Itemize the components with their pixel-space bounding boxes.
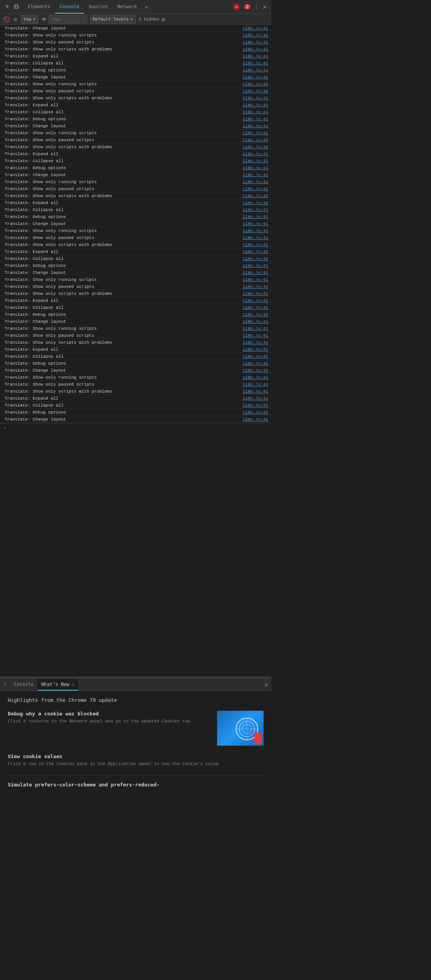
log-source[interactable]: i18n.js:41: [243, 229, 268, 233]
more-options-icon[interactable]: ⋮: [253, 3, 260, 10]
whats-new-title: Highlights from the Chrome 79 update: [8, 697, 264, 703]
log-source[interactable]: i18n.js:41: [243, 173, 268, 177]
feature-card-2: Simulate prefers-color-scheme and prefer…: [8, 775, 264, 788]
tab-sources[interactable]: Sources: [84, 0, 113, 14]
log-text: Translate: Change layout: [5, 319, 240, 324]
log-source[interactable]: i18n.js:41: [243, 340, 268, 345]
log-source[interactable]: i18n.js:41: [243, 201, 268, 205]
bottom-tab-whats-new[interactable]: What's New ✕: [38, 679, 78, 691]
log-source[interactable]: i18n.js:41: [243, 89, 268, 93]
log-source[interactable]: i18n.js:41: [243, 284, 268, 289]
console-settings-icon[interactable]: ⚙: [162, 16, 165, 23]
log-source[interactable]: i18n.js:41: [243, 270, 268, 275]
log-source[interactable]: i18n.js:41: [243, 242, 268, 247]
log-entries-list: Translate: Change layouti18n.js:41Transl…: [0, 25, 271, 423]
log-source[interactable]: i18n.js:41: [243, 410, 268, 415]
log-source[interactable]: i18n.js:41: [243, 166, 268, 170]
filter-input[interactable]: [48, 15, 87, 24]
log-source[interactable]: i18n.js:41: [243, 194, 268, 198]
log-source[interactable]: i18n.js:41: [243, 68, 268, 73]
log-source[interactable]: i18n.js:41: [243, 61, 268, 66]
log-text: Translate: Show only paused scripts: [5, 382, 240, 387]
log-source[interactable]: i18n.js:41: [243, 291, 268, 296]
context-dropdown-arrow: ▾: [33, 17, 36, 22]
whats-new-tab-close[interactable]: ✕: [72, 682, 74, 687]
levels-dropdown[interactable]: Default levels ▾: [90, 15, 136, 24]
toolbar-icons: [2, 3, 23, 11]
log-source[interactable]: i18n.js:41: [243, 403, 268, 408]
log-source[interactable]: i18n.js:41: [243, 222, 268, 226]
context-selector[interactable]: top ▾: [21, 15, 38, 24]
log-source[interactable]: i18n.js:41: [243, 187, 268, 191]
log-text: Translate: Collapse all: [5, 208, 240, 212]
log-text: Translate: Debug options: [5, 117, 240, 121]
log-source[interactable]: i18n.js:41: [243, 417, 268, 422]
log-text: Translate: Debug options: [5, 166, 240, 170]
bottom-tab-console[interactable]: Console: [10, 679, 38, 691]
log-source[interactable]: i18n.js:41: [243, 368, 268, 373]
log-source[interactable]: i18n.js:41: [243, 33, 268, 38]
log-source[interactable]: i18n.js:41: [243, 263, 268, 268]
log-row: Translate: Expand alli18n.js:41: [0, 199, 271, 206]
log-source[interactable]: i18n.js:41: [243, 361, 268, 366]
log-source[interactable]: i18n.js:41: [243, 215, 268, 219]
log-source[interactable]: i18n.js:41: [243, 298, 268, 303]
log-source[interactable]: i18n.js:41: [243, 396, 268, 401]
log-source[interactable]: i18n.js:41: [243, 312, 268, 317]
error-close-icon[interactable]: ✕: [233, 4, 240, 10]
preserve-log-icon[interactable]: ⊘: [12, 16, 19, 23]
log-source[interactable]: i18n.js:41: [243, 47, 268, 52]
log-source[interactable]: i18n.js:41: [243, 152, 268, 156]
log-source[interactable]: i18n.js:41: [243, 180, 268, 184]
log-source[interactable]: i18n.js:41: [243, 389, 268, 394]
log-row: Translate: Expand alli18n.js:41: [0, 297, 271, 304]
log-row: Translate: Show only paused scriptsi18n.…: [0, 332, 271, 339]
log-row: Translate: Show only scripts with proble…: [0, 388, 271, 395]
log-source[interactable]: i18n.js:41: [243, 319, 268, 324]
log-source[interactable]: i18n.js:41: [243, 54, 268, 59]
log-source[interactable]: i18n.js:41: [243, 26, 268, 31]
log-source[interactable]: i18n.js:41: [243, 117, 268, 121]
tab-network[interactable]: Network: [113, 0, 142, 14]
log-source[interactable]: i18n.js:41: [243, 110, 268, 114]
tab-console[interactable]: Console: [55, 0, 84, 14]
log-source[interactable]: i18n.js:41: [243, 249, 268, 254]
log-source[interactable]: i18n.js:41: [243, 333, 268, 338]
log-text: Translate: Collapse all: [5, 110, 240, 114]
log-source[interactable]: i18n.js:41: [243, 124, 268, 128]
log-row: Translate: Show only scripts with proble…: [0, 290, 271, 297]
log-source[interactable]: i18n.js:41: [243, 208, 268, 212]
log-row: Translate: Show only paused scriptsi18n.…: [0, 234, 271, 241]
log-source[interactable]: i18n.js:41: [243, 277, 268, 282]
log-source[interactable]: i18n.js:41: [243, 40, 268, 45]
log-source[interactable]: i18n.js:41: [243, 256, 268, 261]
log-source[interactable]: i18n.js:41: [243, 131, 268, 135]
log-source[interactable]: i18n.js:41: [243, 305, 268, 310]
tab-elements[interactable]: Elements: [23, 0, 55, 14]
log-row: Translate: Debug optionsi18n.js:41: [0, 311, 271, 318]
clear-console-icon[interactable]: 🚫: [2, 16, 10, 23]
device-toolbar-icon[interactable]: [13, 3, 21, 11]
log-source[interactable]: i18n.js:41: [243, 82, 268, 87]
log-source[interactable]: i18n.js:41: [243, 354, 268, 359]
log-source[interactable]: i18n.js:41: [243, 235, 268, 240]
more-tabs-button[interactable]: »: [142, 4, 151, 10]
log-source[interactable]: i18n.js:41: [243, 375, 268, 380]
log-source[interactable]: i18n.js:41: [243, 347, 268, 352]
log-source[interactable]: i18n.js:41: [243, 326, 268, 331]
log-text: Translate: Show only scripts with proble…: [5, 340, 240, 345]
log-source[interactable]: i18n.js:41: [243, 382, 268, 387]
eye-icon[interactable]: 👁: [41, 16, 47, 23]
log-source[interactable]: i18n.js:41: [243, 138, 268, 142]
log-source[interactable]: i18n.js:41: [243, 75, 268, 80]
feature-desc-0: Click a resource in the Network panel an…: [8, 718, 211, 725]
drag-handle-icon[interactable]: ⠿: [3, 682, 7, 688]
bottom-panel-close-button[interactable]: ✕: [264, 681, 268, 688]
log-source[interactable]: i18n.js:41: [243, 145, 268, 149]
log-source[interactable]: i18n.js:41: [243, 103, 268, 107]
log-source[interactable]: i18n.js:41: [243, 96, 268, 100]
log-source[interactable]: i18n.js:41: [243, 159, 268, 163]
log-text: Translate: Debug options: [5, 410, 240, 415]
devtools-close-button[interactable]: ✕: [263, 3, 267, 10]
inspect-icon[interactable]: [4, 3, 12, 11]
